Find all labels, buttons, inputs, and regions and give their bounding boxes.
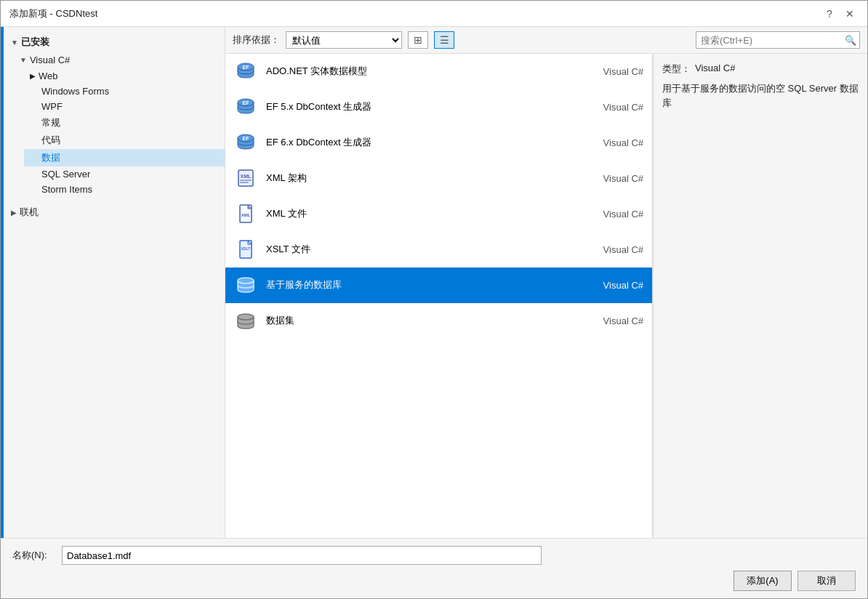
sidebar-item-windows-forms[interactable]: Windows Forms [24, 84, 225, 99]
svg-text:XSLT: XSLT [241, 246, 250, 251]
svg-text:XML: XML [241, 213, 251, 217]
sidebar-item-storm-items[interactable]: Storm Items [24, 182, 225, 197]
online-arrow: ▶ [11, 209, 17, 217]
list-view-button[interactable]: ☰ [434, 31, 454, 49]
svg-text:EF: EF [243, 65, 250, 70]
item-category: Visual C# [585, 137, 643, 148]
grid-view-button[interactable]: ⊞ [408, 31, 428, 49]
search-area: 🔍 [696, 31, 860, 49]
help-button[interactable]: ? [821, 5, 838, 23]
title-controls: ? ✕ [821, 5, 859, 23]
sidebar-item-normal[interactable]: 常规 [24, 114, 225, 132]
item-category: Visual C# [585, 315, 643, 326]
dialog: 添加新项 - CSDNtest ? ✕ ▼ 已安装 ▼ Visual C# [0, 0, 868, 599]
item-name: 数据集 [266, 314, 576, 327]
sort-select[interactable]: 默认值 名称 类型 [286, 31, 402, 49]
info-description: 用于基于服务的数据访问的空 SQL Server 数据库 [662, 81, 859, 110]
item-icon-xml: XML [234, 166, 257, 190]
item-icon-adonet: EF [234, 60, 257, 83]
table-row[interactable]: 数据集Visual C# [225, 303, 652, 339]
item-category: Visual C# [585, 280, 643, 291]
item-category: Visual C# [585, 209, 643, 220]
item-icon-xslt: XSLT [234, 238, 257, 261]
search-button[interactable]: 🔍 [842, 32, 859, 48]
title-bar-left: 添加新项 - CSDNtest [9, 7, 97, 20]
item-icon-dataset [234, 309, 257, 332]
info-type-value: Visual C# [695, 63, 735, 76]
item-name: XML 架构 [266, 172, 576, 185]
item-name: 基于服务的数据库 [266, 278, 576, 292]
search-input[interactable] [696, 35, 842, 46]
cancel-button[interactable]: 取消 [797, 571, 856, 591]
table-row[interactable]: EF EF 6.x DbContext 生成器Visual C# [225, 125, 652, 161]
table-row[interactable]: 基于服务的数据库Visual C# [225, 268, 652, 303]
bottom-bar: 名称(N): 添加(A) 取消 [1, 538, 867, 598]
sidebar-online-section[interactable]: ▶ 联机 [4, 203, 225, 222]
item-category: Visual C# [585, 244, 643, 255]
content-area: EF ADO.NET 实体数据模型Visual C# EF EF 5.x DbC… [225, 54, 867, 538]
web-label: Web [39, 71, 58, 81]
title-bar: 添加新项 - CSDNtest ? ✕ [1, 1, 867, 27]
item-name: EF 6.x DbContext 生成器 [266, 136, 576, 149]
visual-csharp-children: ▶ Web Windows Forms WPF 常规 代码 数据 SQL Ser… [12, 68, 225, 197]
sidebar-visual-csharp[interactable]: ▼ Visual C# [12, 52, 225, 68]
sidebar-item-data[interactable]: 数据 [24, 149, 225, 166]
table-row[interactable]: EF ADO.NET 实体数据模型Visual C# [225, 54, 652, 89]
table-row[interactable]: XSLT XSLT 文件Visual C# [225, 232, 652, 268]
name-input[interactable] [62, 546, 542, 565]
table-row[interactable]: EF EF 5.x DbContext 生成器Visual C# [225, 89, 652, 125]
item-icon-xmlfile: XML [234, 202, 257, 225]
close-button[interactable]: ✕ [841, 5, 859, 23]
item-name: XML 文件 [266, 207, 576, 220]
item-category: Visual C# [585, 102, 643, 113]
item-category: Visual C# [585, 66, 643, 77]
online-label: 联机 [20, 206, 39, 219]
toolbar: 排序依据： 默认值 名称 类型 ⊞ ☰ 🔍 [225, 27, 867, 54]
visual-csharp-arrow: ▼ [20, 56, 27, 64]
installed-label: 已安装 [21, 36, 49, 49]
item-icon-servicedb [234, 273, 257, 297]
item-category: Visual C# [585, 173, 643, 184]
right-pane: 排序依据： 默认值 名称 类型 ⊞ ☰ 🔍 [225, 27, 867, 538]
item-list: EF ADO.NET 实体数据模型Visual C# EF EF 5.x DbC… [225, 54, 653, 538]
sort-label: 排序依据： [233, 33, 280, 47]
item-name: XSLT 文件 [266, 243, 576, 256]
info-type-row: 类型： Visual C# [662, 63, 859, 76]
visual-csharp-group: ▼ Visual C# ▶ Web Windows Forms WPF 常规 代… [4, 52, 225, 197]
item-name: EF 5.x DbContext 生成器 [266, 100, 576, 113]
item-icon-ef: EF [234, 95, 257, 118]
name-row: 名称(N): [12, 546, 856, 565]
svg-text:XML: XML [241, 174, 252, 179]
button-row: 添加(A) 取消 [12, 571, 856, 591]
sidebar-item-code[interactable]: 代码 [24, 132, 225, 149]
sidebar-item-wpf[interactable]: WPF [24, 99, 225, 114]
name-label: 名称(N): [12, 549, 56, 562]
sidebar-installed-section: ▼ 已安装 [4, 33, 225, 52]
info-panel: 类型： Visual C# 用于基于服务的数据访问的空 SQL Server 数… [653, 54, 867, 538]
installed-arrow: ▼ [11, 39, 18, 47]
visual-csharp-label: Visual C# [30, 55, 70, 65]
sidebar-item-sql-server[interactable]: SQL Server [24, 166, 225, 182]
svg-text:EF: EF [243, 100, 250, 105]
item-icon-ef: EF [234, 131, 257, 154]
table-row[interactable]: XML XML 架构Visual C# [225, 161, 652, 196]
add-button[interactable]: 添加(A) [734, 571, 792, 591]
sidebar-item-web[interactable]: ▶ Web [24, 68, 225, 84]
web-arrow-icon: ▶ [30, 72, 36, 80]
sidebar: ▼ 已安装 ▼ Visual C# ▶ Web Windows Forms WP… [4, 27, 225, 538]
item-name: ADO.NET 实体数据模型 [266, 65, 576, 78]
dialog-title: 添加新项 - CSDNtest [9, 7, 97, 20]
main-content: ▼ 已安装 ▼ Visual C# ▶ Web Windows Forms WP… [1, 27, 867, 538]
table-row[interactable]: XML XML 文件Visual C# [225, 196, 652, 232]
svg-text:EF: EF [243, 136, 250, 141]
info-type-label: 类型： [662, 63, 691, 76]
